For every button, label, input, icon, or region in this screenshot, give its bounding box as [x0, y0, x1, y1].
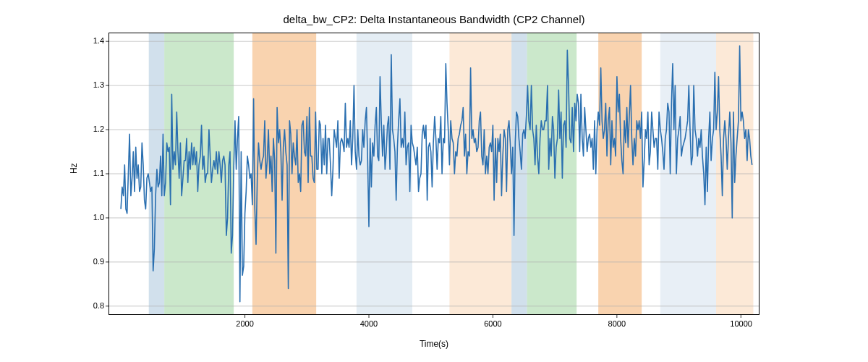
x-axis-label: Time(s)	[109, 339, 760, 349]
chart-svg	[109, 33, 760, 315]
y-tick-label: 1.0	[85, 213, 104, 222]
chart-title: delta_bw_CP2: Delta Instantaneous Bandwi…	[109, 13, 760, 25]
y-tick-label: 0.8	[85, 301, 104, 310]
x-tick-label: 4000	[358, 319, 380, 328]
y-axis-label: Hz	[69, 163, 79, 174]
y-tick-label: 1.1	[85, 169, 104, 177]
y-tick-label: 1.3	[85, 80, 104, 89]
y-tick-label: 1.4	[85, 36, 104, 45]
x-tick-label: 8000	[606, 319, 628, 328]
y-tick-label: 1.2	[85, 125, 104, 133]
x-tick-label: 6000	[482, 319, 503, 328]
x-tick-label: 2000	[234, 319, 256, 328]
chart-plot-area	[109, 33, 760, 315]
x-tick-label: 10000	[730, 319, 752, 328]
y-tick-label: 0.9	[85, 257, 104, 266]
